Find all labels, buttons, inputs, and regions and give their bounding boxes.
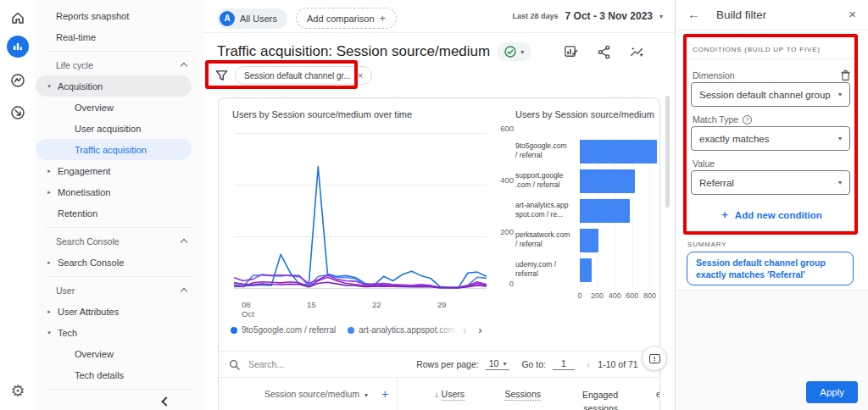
sidebar-item-acquisition-overview[interactable]: Overview bbox=[36, 97, 203, 118]
bar-row: support.google .com / referral bbox=[515, 167, 660, 197]
search-input[interactable] bbox=[247, 358, 365, 370]
share-icon[interactable] bbox=[597, 45, 611, 59]
bar-axis-tick: 0 bbox=[577, 291, 581, 300]
bar[interactable] bbox=[580, 229, 598, 252]
bar[interactable] bbox=[580, 199, 630, 223]
feedback-button[interactable]: ! bbox=[642, 346, 667, 371]
check-circle-icon bbox=[504, 46, 516, 58]
collapse-chevron-icon[interactable] bbox=[181, 288, 187, 295]
bar[interactable] bbox=[580, 258, 592, 282]
bar-chart: 9to5google.com / referralsupport.google … bbox=[515, 137, 660, 285]
add-comparison-chip[interactable]: Add comparison + bbox=[296, 8, 397, 29]
bar[interactable] bbox=[580, 169, 635, 193]
segment-avatar: A bbox=[220, 11, 235, 26]
sidebar-item-user-acquisition[interactable]: User acquisition bbox=[36, 118, 203, 139]
legend-prev-icon[interactable]: ‹ bbox=[463, 324, 466, 336]
sidebar-item-monetisation[interactable]: ▸Monetisation bbox=[36, 181, 203, 202]
expand-arrow-icon[interactable]: ▸ bbox=[42, 259, 56, 266]
date-range-picker[interactable]: Last 28 days 7 Oct - 3 Nov 2023 ▾ bbox=[513, 10, 663, 22]
report-actions bbox=[564, 45, 644, 59]
sidebar-item-search-console[interactable]: ▸Search Console bbox=[36, 252, 203, 273]
page-title: Traffic acquisition: Session source/medi… bbox=[217, 43, 490, 60]
legend-next-icon[interactable]: › bbox=[478, 324, 481, 336]
help-icon[interactable]: ? bbox=[743, 115, 752, 125]
engaged-sessions-column-header[interactable]: Engaged sessions bbox=[567, 389, 618, 410]
goto-page-input[interactable]: 1 bbox=[553, 358, 575, 370]
collapse-chevron-icon[interactable] bbox=[181, 239, 187, 246]
sidebar-item-retention[interactable]: Retention bbox=[36, 202, 203, 224]
pagination-range: 1-10 of 71 bbox=[598, 359, 637, 369]
sidebar-section-search-console[interactable]: Search Console bbox=[36, 230, 203, 252]
divider bbox=[46, 227, 193, 228]
expand-arrow-icon[interactable]: ▾ bbox=[42, 83, 56, 90]
bar-chart-block: Users by Session source/medium 9to5googl… bbox=[515, 109, 660, 346]
legend-item: 9to5google.com / referral bbox=[231, 325, 336, 335]
date-range-value: 7 Oct - 3 Nov 2023 bbox=[565, 10, 653, 22]
x-axis-tick: 08 Oct bbox=[242, 301, 254, 319]
explore-icon[interactable] bbox=[7, 69, 29, 91]
main-scrollbar-thumb[interactable] bbox=[665, 96, 670, 208]
home-icon[interactable] bbox=[7, 7, 29, 29]
bar-category-label: 9to5google.com / referral bbox=[515, 137, 579, 159]
prev-page-icon[interactable]: ‹ bbox=[587, 358, 590, 371]
users-column-header[interactable]: ↓Users bbox=[397, 389, 465, 399]
sidebar-item-traffic-acquisition[interactable]: Traffic acquisition bbox=[36, 139, 192, 160]
sessions-column-header[interactable]: Sessions bbox=[473, 389, 541, 399]
close-icon[interactable]: × bbox=[849, 7, 856, 21]
expand-arrow-icon[interactable]: ▸ bbox=[42, 189, 56, 196]
dimension-select[interactable]: Session default channel group ▾ bbox=[691, 82, 850, 107]
insights-icon[interactable] bbox=[630, 45, 644, 59]
sort-desc-icon: ↓ bbox=[435, 390, 439, 399]
chevron-down-icon: ▾ bbox=[838, 179, 842, 186]
filter-funnel-icon[interactable] bbox=[215, 69, 228, 82]
sidebar-item-tech-details[interactable]: Tech details bbox=[36, 364, 203, 385]
add-dimension-icon[interactable]: + bbox=[381, 387, 388, 401]
sidebar-item-tech[interactable]: ▾Tech bbox=[36, 322, 203, 343]
plus-icon: + bbox=[380, 12, 387, 25]
sidebar-item-reports-snapshot[interactable]: Reports snapshot bbox=[36, 5, 203, 26]
match-type-select[interactable]: exactly matches ▾ bbox=[691, 126, 850, 151]
apply-button[interactable]: Apply bbox=[806, 381, 858, 403]
sidebar-section-user[interactable]: User bbox=[36, 280, 203, 301]
advertising-icon[interactable] bbox=[7, 102, 29, 124]
clipped-column-header: e bbox=[656, 389, 660, 399]
back-icon[interactable]: ← bbox=[687, 7, 700, 21]
active-filter-chip[interactable]: Session default channel gr... × bbox=[235, 66, 372, 85]
sidebar-item-tech-overview[interactable]: Overview bbox=[36, 343, 203, 364]
value-select[interactable]: Referral ▾ bbox=[691, 170, 850, 195]
expand-arrow-icon[interactable]: ▸ bbox=[42, 308, 56, 315]
expand-arrow-icon[interactable]: ▸ bbox=[42, 168, 56, 175]
app-rail: ⚙ bbox=[0, 0, 36, 410]
sidebar-item-user-attributes[interactable]: ▸User Attributes bbox=[36, 301, 203, 322]
sidebar-item-engagement[interactable]: ▸Engagement bbox=[36, 160, 203, 181]
legend-item: art-analytics.appspot.com / referral bbox=[348, 325, 459, 335]
sidebar-item-acquisition[interactable]: ▾Acquisition bbox=[36, 75, 192, 97]
rows-per-page-select[interactable]: 10 ▾ bbox=[486, 358, 510, 370]
reports-icon[interactable] bbox=[7, 36, 29, 58]
dimension-column-header[interactable]: Session source/medium ▾ + bbox=[219, 379, 398, 410]
report-title-row: Traffic acquisition: Session source/medi… bbox=[217, 42, 531, 61]
x-axis-tick: 22 bbox=[372, 301, 381, 310]
add-new-condition-button[interactable]: +Add new condition bbox=[676, 208, 868, 221]
table-toolbar: Rows per page: 10 ▾ Go to: 1 ‹ 1-10 of 7… bbox=[219, 352, 659, 378]
remove-filter-icon[interactable]: × bbox=[358, 70, 363, 80]
delete-condition-icon[interactable] bbox=[840, 69, 851, 81]
chevron-down-icon: ▾ bbox=[659, 13, 663, 20]
all-users-chip[interactable]: A All Users bbox=[217, 8, 287, 29]
line-chart bbox=[229, 129, 492, 295]
report-status-badge[interactable]: ▾ bbox=[497, 42, 531, 61]
bar-chart-axis: 02004006008001K bbox=[515, 291, 660, 302]
sidebar-item-realtime[interactable]: Real-time bbox=[36, 26, 203, 47]
y-axis-tick: 0 bbox=[492, 279, 514, 288]
expand-arrow-icon[interactable]: ▾ bbox=[42, 330, 56, 336]
customize-report-icon[interactable] bbox=[564, 45, 578, 59]
bar[interactable] bbox=[580, 140, 657, 163]
settings-gear-icon[interactable]: ⚙ bbox=[7, 380, 29, 402]
sidebar-section-life-cycle[interactable]: Life cycle bbox=[36, 54, 203, 75]
sidebar-footer bbox=[36, 392, 203, 410]
main-content: A All Users Add comparison + Last 28 day… bbox=[203, 0, 675, 410]
collapse-sidebar-icon[interactable] bbox=[161, 396, 170, 406]
panel-footer: Apply bbox=[676, 290, 868, 410]
goto-label: Go to: bbox=[521, 359, 546, 369]
collapse-chevron-icon[interactable] bbox=[181, 63, 187, 69]
